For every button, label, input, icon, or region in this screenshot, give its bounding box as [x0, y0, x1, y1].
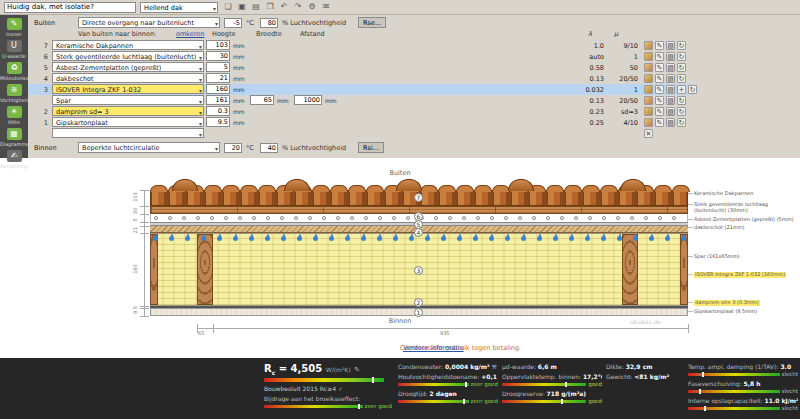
layer-edit-icon[interactable]: ✎ [655, 41, 664, 50]
layer-height-input[interactable] [206, 73, 230, 83]
sidebar-item-vochtigheid[interactable]: ≋Vochtigheid [0, 83, 28, 105]
layer-material-select[interactable]: Gipskartonplaat▾ [52, 117, 204, 127]
redo-icon[interactable]: ↷ [292, 1, 304, 13]
layer-material-select[interactable]: damprem sd= 3▾ [52, 106, 204, 116]
layer-height-input[interactable] [206, 40, 230, 50]
inside-climate-row: Binnen Beperkte luchtcirculatie ▾ °C % L… [28, 142, 728, 154]
sidebar-item-hitte[interactable]: ☀Hitte [0, 105, 28, 127]
layer-height-input[interactable] [206, 117, 230, 127]
label-leader-line [688, 204, 693, 205]
air-circle [322, 216, 326, 220]
layer-swatch-icon[interactable] [644, 107, 653, 116]
layer-swatch-icon[interactable] [644, 85, 653, 94]
layer-material-select[interactable]: Keramische Dakpannen▾ [52, 40, 204, 50]
layer-hatch-icon[interactable]: ▨ [666, 118, 675, 127]
outside-humidity-input[interactable] [260, 18, 278, 28]
feedback-icon[interactable]: ✉ [320, 1, 332, 13]
settings-icon[interactable]: ⚙ [306, 1, 318, 13]
layer-power-icon[interactable]: ↻ [677, 107, 686, 116]
layer-height-input[interactable] [206, 106, 230, 116]
layer-edit-icon[interactable]: ✎ [655, 85, 664, 94]
construction-type-select[interactable]: Hellend dak ▾ [140, 2, 218, 13]
layer-swatch-icon[interactable] [644, 63, 653, 72]
undo-icon[interactable]: ↶ [278, 1, 290, 13]
reverse-link[interactable]: omkeren [176, 30, 205, 38]
tile-cap [474, 185, 492, 192]
rsi-button[interactable]: Rsi... [358, 142, 384, 153]
layer-power-icon[interactable]: ↻ [677, 96, 686, 105]
layer-swatch-icon[interactable] [644, 74, 653, 83]
sidebar-item-milieubelasting[interactable]: ♻Milieubelasting [0, 61, 28, 83]
sidebar-item-u-waarde[interactable]: UU-waarde [0, 39, 28, 61]
save-icon[interactable]: ▣ [236, 1, 248, 13]
layer-material-select[interactable]: ▾ [52, 128, 204, 138]
sidebar-item-diagrammen[interactable]: ▦Diagrammen [0, 127, 28, 149]
layer-hatch-icon[interactable]: ▨ [666, 52, 675, 61]
layer-hatch-icon[interactable]: ▨ [666, 41, 675, 50]
layer-callout-label: dakbeschot (21mm) [694, 225, 745, 231]
layer-hatch-icon[interactable]: ▨ [666, 74, 675, 83]
new-document-icon[interactable]: ❏ [222, 1, 234, 13]
metric-value: +0,1 % [481, 373, 498, 380]
layer-edit-icon[interactable]: ✎ [655, 96, 664, 105]
layer-edit-icon[interactable]: ✎ [655, 63, 664, 72]
air-circle [280, 216, 284, 220]
layer-power-icon[interactable]: ↻ [677, 74, 686, 83]
print-icon[interactable]: ▤ [250, 1, 262, 13]
layer-spacing-input[interactable] [294, 95, 322, 105]
layer-height-input[interactable] [206, 84, 230, 94]
layer-power-icon[interactable]: ↻ [677, 41, 686, 50]
edit-rc-icon[interactable]: ✎ [354, 366, 360, 374]
metric-rating: goed [588, 381, 602, 387]
outside-temp-input[interactable] [224, 18, 242, 28]
layer-trash-icon[interactable]: ✕ [644, 129, 653, 138]
layer-power-icon[interactable]: ↻ [677, 63, 686, 72]
layer-edit-icon[interactable]: ✎ [655, 52, 664, 61]
layer-power-icon[interactable]: ↻ [677, 118, 686, 127]
dim-tick [140, 308, 149, 309]
wrench-icon[interactable]: ⚒ [490, 363, 497, 370]
layer-material-select[interactable]: Asbest-Zementplatten (gepreßt)▾ [52, 62, 204, 72]
copy-icon[interactable]: ❐ [264, 1, 276, 13]
layer-hatch-icon[interactable]: ▨ [666, 107, 675, 116]
metric-bar-row: slecht [688, 371, 798, 377]
layer-material-value: Spar [56, 97, 71, 105]
layer-power-icon[interactable]: ↻ [688, 85, 697, 94]
layer-height-input[interactable] [206, 95, 230, 105]
layer-height-input[interactable] [206, 51, 230, 61]
sidebar-item-invoer[interactable]: ✎Invoer [0, 17, 28, 39]
layer-swatch-icon[interactable] [644, 52, 653, 61]
layer-swatch-icon[interactable] [644, 96, 653, 105]
inside-condition-select[interactable]: Beperkte luchtcirculatie ▾ [78, 142, 220, 153]
layer-hatch-icon[interactable]: ▨ [666, 63, 675, 72]
rse-button[interactable]: Rse... [358, 17, 386, 28]
rc-label: R [264, 363, 272, 374]
layer-height-input[interactable] [206, 62, 230, 72]
inside-humidity-label: % Luchtvochtigheid [282, 144, 346, 152]
layer-edit-icon[interactable]: ✎ [655, 118, 664, 127]
layer-row: 7Keramische Dakpannen▾mm1.09/10✎▨↻ [28, 40, 692, 51]
layer-edit-icon[interactable]: ✎ [655, 74, 664, 83]
layer-swatch-icon[interactable] [644, 41, 653, 50]
layer-callout-label: ISOVER Integra ZKF 1-032 (160mm) [694, 272, 786, 278]
inside-temp-input[interactable] [224, 143, 242, 153]
layer-swatch-icon[interactable] [644, 118, 653, 127]
layer-material-select[interactable]: ISOVER Integra ZKF 1-032▾ [52, 84, 204, 94]
layer-material-select[interactable]: Sterk geventileerde luchtlaag (buitenluc… [52, 51, 204, 61]
layer-power-icon[interactable]: ↻ [677, 52, 686, 61]
layer-width-input[interactable] [250, 95, 274, 105]
layer-edit-icon[interactable]: ✎ [655, 107, 664, 116]
layer-plus-icon[interactable]: + [677, 85, 686, 94]
outside-condition-select[interactable]: Directe overgang naar buitenlucht ▾ [78, 17, 220, 28]
unit-mm: mm [233, 86, 245, 93]
sidebar-item-aanwijzingen[interactable]: ✍Aanwijzingen [0, 149, 28, 171]
inside-humidity-input[interactable] [260, 143, 278, 153]
layer-material-select[interactable]: Spar▾ [52, 95, 204, 105]
layer-actions: ✎▨↻ [644, 74, 686, 83]
layer-material-select[interactable]: dakbeschot▾ [52, 73, 204, 83]
project-name-input[interactable] [4, 2, 136, 13]
layer-hatch-icon[interactable]: ▨ [666, 96, 675, 105]
layer-hatch-icon[interactable]: ▨ [666, 85, 675, 94]
dim-tick [140, 190, 149, 191]
more-info-link[interactable]: Verdere informatie [403, 344, 464, 352]
